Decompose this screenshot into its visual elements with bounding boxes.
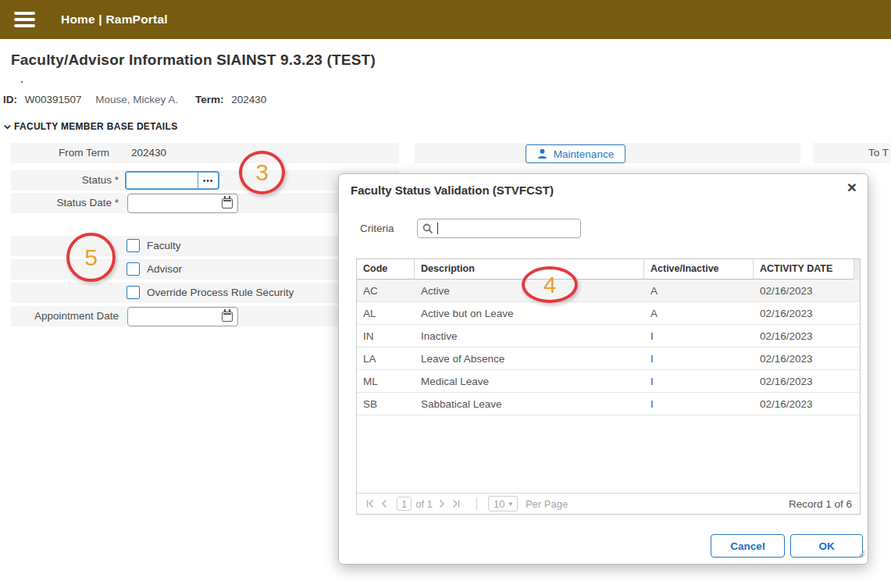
first-page-icon[interactable] [365, 498, 376, 509]
annotation-step-5: 5 [66, 233, 116, 282]
menu-icon[interactable] [14, 12, 35, 27]
to-term-label: To T [868, 143, 889, 163]
chevron-down-icon: ▾ [508, 500, 512, 508]
cancel-button[interactable]: Cancel [711, 534, 785, 558]
advisor-checkbox-label: Advisor [147, 259, 182, 280]
record-count: Record 1 of 6 [789, 498, 852, 510]
search-icon [422, 223, 433, 234]
breadcrumb[interactable]: Home | RamPortal [61, 12, 168, 27]
ok-button[interactable]: OK [790, 534, 863, 558]
id-value: W00391507 [25, 94, 82, 105]
criteria-search-field [417, 219, 581, 238]
page-count-label: of 1 [415, 498, 433, 510]
application-window: Home | RamPortal Faculty/Advisor Informa… [0, 0, 891, 588]
previous-page-icon[interactable] [380, 498, 389, 509]
status-input[interactable] [127, 173, 198, 188]
table-pagination-bar: 1 of 1 10 ▾ Per Page Record 1 of 6 [357, 493, 860, 514]
table-row[interactable]: LA Leave of Absence I 02/16/2023 [357, 347, 860, 370]
annotation-step-4: 4 [522, 266, 578, 303]
person-icon [537, 148, 547, 159]
chevron-down-icon [3, 123, 12, 131]
faculty-checkbox-label: Faculty [147, 236, 181, 256]
maintenance-button[interactable]: Maintenance [526, 144, 625, 163]
status-label: Status * [0, 170, 119, 191]
status-date-field [127, 194, 238, 213]
status-date-input[interactable] [128, 198, 222, 209]
override-process-rule-security-checkbox[interactable] [127, 286, 140, 299]
close-icon[interactable]: × [847, 179, 857, 195]
calendar-icon[interactable] [222, 312, 233, 322]
column-header-active-inactive[interactable]: Active/Inactive [644, 259, 754, 279]
section-title: FACULTY MEMBER BASE DETAILS [14, 121, 177, 132]
per-page-select[interactable]: 10 ▾ [488, 496, 518, 511]
appointment-date-label: Appointment Date [0, 306, 119, 326]
table-row[interactable]: ML Medical Leave I 02/16/2023 [357, 370, 860, 393]
from-term-label: From Term [0, 143, 109, 163]
resize-handle[interactable] [857, 547, 865, 561]
criteria-label: Criteria [360, 223, 394, 234]
column-header-activity-date[interactable]: ACTIVITY DATE [754, 259, 860, 279]
column-header-code[interactable]: Code [357, 259, 415, 279]
term-value: 202430 [231, 94, 266, 105]
faculty-status-validation-dialog: Faculty Status Validation (STVFCST) × Cr… [338, 173, 868, 565]
status-validation-table: Code Description Active/Inactive ACTIVIT… [356, 258, 861, 515]
criteria-search-input[interactable] [438, 223, 576, 234]
term-label: Term: [195, 94, 224, 105]
appointment-date-field [127, 307, 238, 326]
collapsed-link-dot: . [20, 73, 23, 85]
divider [476, 497, 477, 510]
id-label: ID: [3, 94, 17, 105]
calendar-icon[interactable] [222, 198, 233, 208]
annotation-step-3: 3 [239, 151, 285, 194]
table-row[interactable]: IN Inactive I 02/16/2023 [357, 325, 860, 347]
appointment-date-input[interactable] [128, 311, 222, 323]
table-row[interactable]: AC Active A 02/16/2023 [357, 280, 860, 302]
table-header-row: Code Description Active/Inactive ACTIVIT… [357, 259, 860, 280]
table-scrollbar[interactable] [854, 259, 860, 280]
per-page-label: Per Page [526, 498, 568, 510]
key-block-summary: ID: W00391507 Mouse, Mickey A. Term: 202… [3, 94, 266, 105]
dialog-title: Faculty Status Validation (STVFCST) [351, 184, 554, 197]
next-page-icon[interactable] [437, 498, 447, 509]
status-field: ••• [125, 171, 219, 190]
last-page-icon[interactable] [451, 498, 462, 509]
advisor-checkbox[interactable] [127, 262, 140, 276]
from-term-value: 202430 [131, 143, 166, 163]
table-row[interactable]: AL Active but on Leave A 02/16/2023 [357, 302, 860, 325]
top-navigation-bar: Home | RamPortal [0, 0, 891, 39]
table-row[interactable]: SB Sabbatical Leave I 02/16/2023 [357, 393, 860, 415]
current-page-input[interactable]: 1 [397, 497, 412, 511]
faculty-checkbox[interactable] [127, 239, 140, 252]
maintenance-button-label: Maintenance [554, 148, 614, 160]
status-lookup-button[interactable]: ••• [198, 173, 218, 188]
section-faculty-member-base-details[interactable]: FACULTY MEMBER BASE DETAILS [3, 121, 177, 132]
override-checkbox-label: Override Process Rule Security [147, 283, 294, 303]
status-date-label: Status Date * [0, 193, 119, 213]
person-name: Mouse, Mickey A. [95, 94, 178, 105]
page-title: Faculty/Advisor Information SIAINST 9.3.… [11, 52, 376, 69]
